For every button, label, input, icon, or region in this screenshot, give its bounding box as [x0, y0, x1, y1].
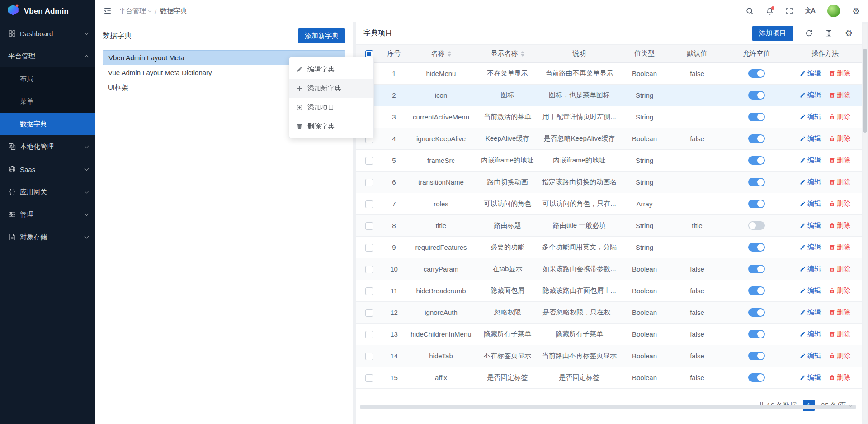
edit-link[interactable]: 编辑: [800, 330, 821, 338]
vertical-scrollbar[interactable]: [863, 24, 867, 420]
delete-link[interactable]: 删除: [829, 286, 850, 295]
row-height-icon[interactable]: [825, 29, 833, 37]
row-checkbox[interactable]: [365, 222, 373, 230]
notification-bell-icon[interactable]: [766, 7, 774, 15]
allow-null-toggle[interactable]: [748, 352, 765, 360]
row-checkbox[interactable]: [365, 374, 373, 382]
edit-link[interactable]: 编辑: [800, 373, 821, 382]
vertical-scrollbar-thumb[interactable]: [863, 49, 867, 133]
delete-link[interactable]: 删除: [829, 91, 850, 100]
allow-null-toggle[interactable]: [748, 156, 765, 165]
allow-null-toggle[interactable]: [748, 178, 765, 186]
delete-link[interactable]: 删除: [829, 373, 850, 382]
sidebar-item-1[interactable]: 平台管理: [0, 45, 95, 67]
edit-link[interactable]: 编辑: [800, 113, 821, 121]
sort-icon[interactable]: [448, 51, 451, 57]
table-row-4: 4ignoreKeepAliveKeepAlive缓存是否忽略KeepAlive…: [356, 128, 862, 150]
row-checkbox[interactable]: [365, 157, 373, 165]
fullscreen-icon[interactable]: [786, 7, 793, 14]
cell-description: 当前路由不再菜单显示: [539, 63, 619, 85]
breadcrumb-item[interactable]: 平台管理: [119, 7, 151, 15]
cell-allow-null: [725, 345, 788, 367]
context-menu-item-3[interactable]: 删除字典: [289, 117, 373, 136]
edit-link[interactable]: 编辑: [800, 243, 821, 252]
cell-value-type: Boolean: [619, 324, 670, 345]
language-icon[interactable]: 文A: [805, 7, 815, 15]
allow-null-toggle[interactable]: [748, 221, 765, 230]
delete-link[interactable]: 删除: [829, 134, 850, 143]
delete-link[interactable]: 删除: [829, 330, 850, 338]
settings-gear-icon[interactable]: ⚙: [852, 7, 860, 15]
context-menu-item-0[interactable]: 编辑字典: [289, 60, 373, 79]
allow-null-toggle[interactable]: [748, 200, 765, 208]
row-checkbox[interactable]: [365, 353, 373, 360]
row-checkbox[interactable]: [365, 331, 373, 338]
sidebar-item-5[interactable]: 管理: [0, 203, 95, 226]
row-checkbox[interactable]: [365, 179, 373, 186]
row-checkbox[interactable]: [365, 200, 373, 208]
allow-null-toggle[interactable]: [748, 286, 765, 295]
sidebar-item-4[interactable]: 应用网关: [0, 181, 95, 203]
edit-link[interactable]: 编辑: [800, 91, 821, 100]
allow-null-toggle[interactable]: [748, 330, 765, 338]
sidebar-item-6[interactable]: 对象存储: [0, 226, 95, 248]
allow-null-toggle[interactable]: [748, 113, 765, 121]
edit-link[interactable]: 编辑: [800, 265, 821, 273]
sort-icon[interactable]: [521, 51, 524, 57]
edit-link[interactable]: 编辑: [800, 221, 821, 230]
cell-display-name: 隐藏所有子菜单: [476, 324, 539, 345]
items-panel-title: 字典项目: [363, 29, 392, 38]
context-menu-item-2[interactable]: 添加项目: [289, 98, 373, 117]
sidebar-subitem-1-1[interactable]: 菜单: [0, 90, 95, 113]
sidebar-subitem-1-2[interactable]: 数据字典: [0, 113, 95, 135]
refresh-icon[interactable]: [805, 29, 813, 37]
allow-null-toggle[interactable]: [748, 308, 765, 317]
delete-link[interactable]: 删除: [829, 243, 850, 252]
edit-link[interactable]: 编辑: [800, 352, 821, 360]
delete-link[interactable]: 删除: [829, 156, 850, 165]
edit-link[interactable]: 编辑: [800, 178, 821, 186]
delete-link[interactable]: 删除: [829, 69, 850, 78]
edit-link[interactable]: 编辑: [800, 156, 821, 165]
breadcrumb-label: 平台管理: [119, 7, 146, 15]
allow-null-toggle[interactable]: [748, 243, 765, 252]
app-logo[interactable]: Vben Admin: [0, 0, 95, 22]
cell-no: 13: [382, 324, 406, 345]
sidebar-item-3[interactable]: Saas: [0, 158, 95, 181]
edit-link[interactable]: 编辑: [800, 200, 821, 208]
row-checkbox[interactable]: [365, 244, 373, 252]
sidebar-submenu: 布局菜单数据字典: [0, 67, 95, 135]
search-icon[interactable]: [746, 7, 754, 15]
row-checkbox[interactable]: [365, 266, 373, 273]
delete-link[interactable]: 删除: [829, 352, 850, 360]
row-checkbox[interactable]: [365, 287, 373, 295]
row-checkbox[interactable]: [365, 309, 373, 317]
allow-null-toggle[interactable]: [748, 265, 765, 273]
sidebar-item-0[interactable]: Dashboard: [0, 22, 95, 45]
allow-null-toggle[interactable]: [748, 134, 765, 143]
delete-link[interactable]: 删除: [829, 178, 850, 186]
delete-link[interactable]: 删除: [829, 265, 850, 273]
add-dictionary-button[interactable]: 添加新字典: [298, 28, 345, 43]
delete-link[interactable]: 删除: [829, 200, 850, 208]
allow-null-toggle[interactable]: [748, 91, 765, 100]
edit-link[interactable]: 编辑: [800, 286, 821, 295]
plus-icon: [297, 86, 302, 91]
cell-no: 3: [382, 106, 406, 128]
horizontal-scrollbar[interactable]: [360, 405, 856, 409]
user-avatar[interactable]: [827, 5, 840, 17]
context-menu-item-1[interactable]: 添加新字典: [289, 79, 373, 98]
sidebar-item-2[interactable]: 本地化管理: [0, 135, 95, 158]
edit-link[interactable]: 编辑: [800, 308, 821, 317]
edit-link[interactable]: 编辑: [800, 134, 821, 143]
collapse-sidebar-icon[interactable]: [104, 7, 112, 15]
delete-link[interactable]: 删除: [829, 308, 850, 317]
allow-null-toggle[interactable]: [748, 69, 765, 78]
delete-link[interactable]: 删除: [829, 221, 850, 230]
column-settings-gear-icon[interactable]: ⚙: [845, 29, 853, 38]
delete-link[interactable]: 删除: [829, 113, 850, 121]
sidebar-subitem-1-0[interactable]: 布局: [0, 67, 95, 90]
add-item-button[interactable]: 添加项目: [752, 26, 793, 41]
edit-link[interactable]: 编辑: [800, 69, 821, 78]
allow-null-toggle[interactable]: [748, 373, 765, 382]
